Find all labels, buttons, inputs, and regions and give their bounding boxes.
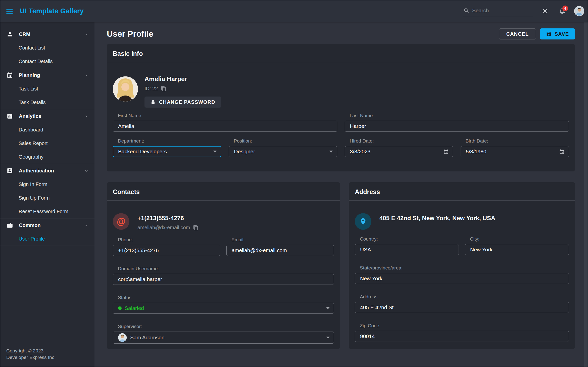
- copyright-line1: Copyright © 2023: [6, 348, 88, 354]
- status-value: Salaried: [125, 305, 324, 311]
- street-address-input[interactable]: [355, 302, 569, 313]
- scrollbar-track[interactable]: [584, 22, 588, 367]
- app-brand-title: UI Template Gallery: [20, 7, 84, 15]
- contacts-card: Contacts @ +1(213)555-4276 ameliah@dx-em…: [107, 182, 340, 349]
- location-pin-icon: [355, 213, 371, 230]
- status-select[interactable]: Salaried: [113, 303, 334, 314]
- sidebar-item-sign-in-form[interactable]: Sign In Form: [0, 177, 94, 191]
- page-title: User Profile: [107, 29, 153, 39]
- department-value: Backend Developers: [118, 149, 211, 155]
- sidebar-section-label: Authentication: [19, 168, 54, 174]
- birth-date-value: 5/3/1980: [466, 149, 559, 155]
- change-password-button[interactable]: CHANGE PASSWORD: [144, 97, 221, 108]
- position-select[interactable]: Designer: [229, 146, 337, 157]
- field-label: Zip Code:: [360, 323, 569, 329]
- account-box-icon: [6, 167, 13, 174]
- dropdown-arrow-icon: [213, 151, 217, 153]
- copy-icon[interactable]: [161, 86, 166, 91]
- department-field: Department: Backend Developers: [113, 138, 221, 157]
- section-title: Contacts: [113, 188, 334, 196]
- profile-summary: Amelia Harper ID: 22 CHANGE PASSWORD: [113, 75, 569, 108]
- address-header: Address: [349, 182, 575, 201]
- sidebar-item-task-details[interactable]: Task Details: [0, 96, 94, 109]
- state-input[interactable]: [355, 273, 569, 284]
- calendar-icon[interactable]: [443, 149, 449, 154]
- profile-id: ID: 22: [144, 86, 158, 91]
- city-field: City:: [465, 236, 569, 255]
- sidebar-item-sales-report[interactable]: Sales Report: [0, 136, 94, 150]
- phone-input[interactable]: [113, 245, 220, 256]
- page-toolbar: User Profile CANCEL SAVE: [107, 28, 575, 39]
- supervisor-select[interactable]: Sam Adamson: [113, 332, 334, 344]
- dropdown-arrow-icon: [326, 307, 330, 309]
- domain-username-input[interactable]: [113, 274, 334, 285]
- sidebar-item-sign-up-form[interactable]: Sign Up Form: [0, 191, 94, 205]
- sidebar-section-authentication[interactable]: Authentication: [0, 164, 94, 177]
- hired-date-field: Hired Date: 3/3/2023: [345, 138, 453, 157]
- dropdown-arrow-icon: [326, 337, 330, 339]
- birth-date-field: Birth Date: 5/3/1980: [461, 138, 569, 157]
- email-input[interactable]: [226, 245, 334, 256]
- user-avatar[interactable]: [574, 6, 584, 16]
- contact-summary: @ +1(213)555-4276 ameliah@dx-email.com: [113, 213, 334, 231]
- field-label: First Name:: [118, 113, 337, 118]
- basic-info-card: Basic Info Amelia Harper: [107, 44, 575, 171]
- section-title: Basic Info: [113, 50, 569, 57]
- hamburger-menu-icon[interactable]: [6, 8, 14, 14]
- basic-info-header: Basic Info: [107, 44, 575, 62]
- address-summary: 405 E 42nd St, New York, New York, USA: [355, 213, 569, 230]
- notifications-button[interactable]: 4: [557, 6, 567, 16]
- sidebar-item-reset-password-form[interactable]: Reset Password Form: [0, 205, 94, 218]
- chevron-down-icon: [84, 168, 89, 173]
- chevron-down-icon: [84, 223, 89, 228]
- brightness-sun-icon: [542, 8, 548, 14]
- divider: [0, 246, 94, 246]
- dropdown-arrow-icon: [329, 151, 333, 153]
- field-label: Country:: [360, 236, 459, 242]
- save-floppy-icon: [546, 31, 552, 37]
- bar-chart-icon: [6, 113, 13, 119]
- field-label: Hired Date:: [350, 138, 453, 144]
- status-field: Status: Salaried: [113, 295, 334, 314]
- sidebar-section-common[interactable]: Common: [0, 218, 94, 232]
- briefcase-icon: [6, 222, 13, 228]
- sidebar-section-crm[interactable]: CRM: [0, 27, 94, 41]
- sidebar-item-task-list[interactable]: Task List: [0, 82, 94, 96]
- sidebar-item-contact-details[interactable]: Contact Details: [0, 55, 94, 68]
- sidebar-item-dashboard[interactable]: Dashboard: [0, 123, 94, 136]
- address-card: Address 405 E 42nd St, New York, New Yor…: [349, 182, 575, 349]
- search-input[interactable]: [472, 8, 532, 14]
- sidebar-item-user-profile[interactable]: User Profile: [0, 232, 94, 246]
- calendar-icon[interactable]: [559, 149, 565, 154]
- first-name-input[interactable]: [113, 121, 337, 132]
- city-input[interactable]: [465, 244, 569, 255]
- field-label: Supervisor:: [118, 324, 334, 329]
- supervisor-value: Sam Adamson: [130, 335, 324, 341]
- birth-date-input[interactable]: 5/3/1980: [461, 146, 569, 157]
- profile-photo: [113, 76, 138, 102]
- sidebar-section-planning[interactable]: Planning: [0, 68, 94, 82]
- zip-code-field: Zip Code:: [355, 323, 569, 342]
- theme-toggle-button[interactable]: [540, 6, 550, 16]
- sidebar-section-analytics[interactable]: Analytics: [0, 109, 94, 123]
- save-button[interactable]: SAVE: [540, 28, 575, 39]
- copy-icon[interactable]: [193, 225, 199, 231]
- cancel-button[interactable]: CANCEL: [499, 28, 536, 39]
- hired-date-input[interactable]: 3/3/2023: [345, 146, 453, 157]
- field-label: Domain Username:: [118, 266, 334, 271]
- contacts-header: Contacts: [107, 182, 340, 201]
- last-name-input[interactable]: [345, 121, 569, 132]
- chevron-down-icon: [84, 114, 89, 119]
- notification-count-badge: 4: [562, 6, 568, 11]
- country-input[interactable]: [355, 244, 459, 255]
- department-select[interactable]: Backend Developers: [113, 146, 221, 157]
- sidebar-item-geography[interactable]: Geography: [0, 150, 94, 164]
- last-name-field: Last Name:: [345, 113, 569, 132]
- field-label: State/province/area:: [360, 265, 569, 271]
- sidebar-item-contact-list[interactable]: Contact List: [0, 41, 94, 55]
- calendar-icon: [6, 72, 13, 78]
- sidebar-nav: CRM Contact List Contact Details Plannin…: [0, 22, 94, 367]
- header-actions: 4: [463, 6, 584, 16]
- zip-code-input[interactable]: [355, 331, 569, 342]
- search-box[interactable]: [463, 6, 533, 16]
